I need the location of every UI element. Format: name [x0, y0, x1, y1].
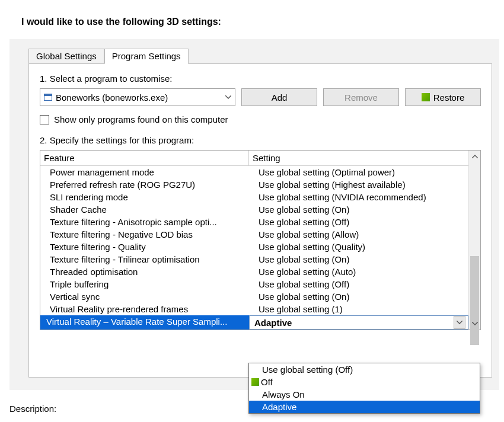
feature-cell: Vertical sync [40, 290, 249, 303]
step1-label: 1. Select a program to customise: [40, 73, 481, 84]
dropdown-option-adaptive[interactable]: Adaptive [249, 401, 480, 413]
feature-cell: Threaded optimisation [40, 266, 249, 278]
nvidia-icon [422, 93, 430, 101]
table-row[interactable]: Texture filtering - QualityUse global se… [40, 241, 468, 253]
table-row[interactable]: Power management modeUse global setting … [40, 166, 468, 178]
feature-cell: Power management mode [40, 166, 249, 178]
tab-body: 1. Select a program to customise: Bonewo… [28, 63, 492, 378]
remove-button-label: Remove [344, 92, 378, 103]
table-row[interactable]: Texture filtering - Anisotropic sample o… [40, 216, 468, 228]
setting-dropdown[interactable]: Use global setting (Off) Off Always On A… [248, 363, 480, 414]
table-row[interactable]: Threaded optimisationUse global setting … [40, 266, 468, 278]
header-feature[interactable]: Feature [40, 151, 249, 165]
table-row[interactable]: Triple bufferingUse global setting (Off) [40, 278, 468, 290]
tab-program-settings[interactable]: Program Settings [104, 49, 189, 64]
selected-setting-value: Adaptive [254, 318, 292, 328]
app-window-icon [44, 94, 52, 101]
setting-cell: Use global setting (Off) [249, 278, 468, 290]
feature-cell: Virtual Reality pre-rendered frames [40, 303, 249, 315]
feature-cell: Texture filtering - Trilinear optimisati… [40, 253, 249, 266]
scrollbar[interactable] [468, 151, 480, 330]
selected-setting-combo[interactable]: Adaptive [249, 315, 468, 330]
setting-cell: Use global setting (Off) [249, 216, 468, 228]
chevron-down-icon [454, 316, 465, 329]
tabs-container: Global Settings Program Settings 1. Sele… [28, 47, 492, 378]
dropdown-option-use-global[interactable]: Use global setting (Off) [249, 363, 480, 376]
feature-cell: Texture filtering - Anisotropic sample o… [40, 216, 249, 228]
setting-cell: Use global setting (Optimal power) [249, 166, 468, 178]
show-only-label: Show only programs found on this compute… [54, 114, 228, 124]
add-button-label: Add [272, 92, 288, 103]
feature-cell: SLI rendering mode [40, 191, 249, 203]
program-select-value: Boneworks (boneworks.exe) [56, 92, 168, 103]
tab-global-settings[interactable]: Global Settings [28, 49, 104, 64]
program-select[interactable]: Boneworks (boneworks.exe) [40, 88, 235, 106]
dropdown-option-off-label: Off [261, 377, 273, 387]
page-heading: I would like to use the following 3D set… [0, 0, 504, 27]
settings-table: Feature Setting Power management modeUse… [40, 150, 481, 330]
feature-cell: Preferred refresh rate (ROG PG27U) [40, 178, 249, 191]
feature-cell: Triple buffering [40, 278, 249, 290]
feature-cell: Texture filtering - Negative LOD bias [40, 228, 249, 241]
remove-button[interactable]: Remove [323, 88, 399, 106]
show-only-row: Show only programs found on this compute… [40, 114, 481, 124]
scroll-up-icon[interactable] [469, 151, 480, 162]
feature-cell: Texture filtering - Quality [40, 241, 249, 253]
setting-cell: Use global setting (NVIDIA recommended) [249, 191, 468, 203]
table-header: Feature Setting [40, 151, 468, 166]
setting-cell: Use global setting (Auto) [249, 266, 468, 278]
table-row[interactable]: SLI rendering modeUse global setting (NV… [40, 191, 468, 203]
table-row-selected[interactable]: Virtual Reality – Variable Rate Super Sa… [40, 315, 468, 330]
table-row[interactable]: Virtual Reality pre-rendered framesUse g… [40, 303, 468, 315]
selected-feature: Virtual Reality – Variable Rate Super Sa… [40, 315, 249, 330]
table-row[interactable]: Vertical syncUse global setting (On) [40, 290, 468, 303]
description-label: Description: [9, 404, 56, 414]
chevron-down-icon [222, 95, 235, 99]
dropdown-option-always-on[interactable]: Always On [249, 388, 480, 401]
setting-cell: Use global setting (Highest available) [249, 178, 468, 191]
tab-bar: Global Settings Program Settings [28, 47, 492, 64]
table-row[interactable]: Preferred refresh rate (ROG PG27U)Use gl… [40, 178, 468, 191]
setting-cell: Use global setting (Allow) [249, 228, 468, 241]
dropdown-option-off[interactable]: Off [249, 376, 480, 388]
setting-cell: Use global setting (Quality) [249, 241, 468, 253]
step2-label: 2. Specify the settings for this program… [40, 135, 481, 145]
nvidia-icon [251, 378, 259, 386]
setting-cell: Use global setting (1) [249, 303, 468, 315]
add-button[interactable]: Add [241, 88, 317, 106]
feature-cell: Shader Cache [40, 203, 249, 216]
restore-button[interactable]: Restore [405, 88, 481, 106]
header-setting[interactable]: Setting [249, 151, 468, 165]
scroll-thumb[interactable] [470, 256, 479, 345]
table-row[interactable]: Texture filtering - Trilinear optimisati… [40, 253, 468, 266]
program-row: Boneworks (boneworks.exe) Add Remove Res… [40, 88, 481, 106]
table-row[interactable]: Shader CacheUse global setting (On) [40, 203, 468, 216]
table-row[interactable]: Texture filtering - Negative LOD biasUse… [40, 228, 468, 241]
setting-cell: Use global setting (On) [249, 253, 468, 266]
table-body: Power management modeUse global setting … [40, 166, 468, 315]
setting-cell: Use global setting (On) [249, 290, 468, 303]
show-only-checkbox[interactable] [40, 115, 49, 124]
setting-cell: Use global setting (On) [249, 203, 468, 216]
scroll-down-icon[interactable] [469, 318, 480, 330]
restore-button-label: Restore [433, 92, 465, 103]
